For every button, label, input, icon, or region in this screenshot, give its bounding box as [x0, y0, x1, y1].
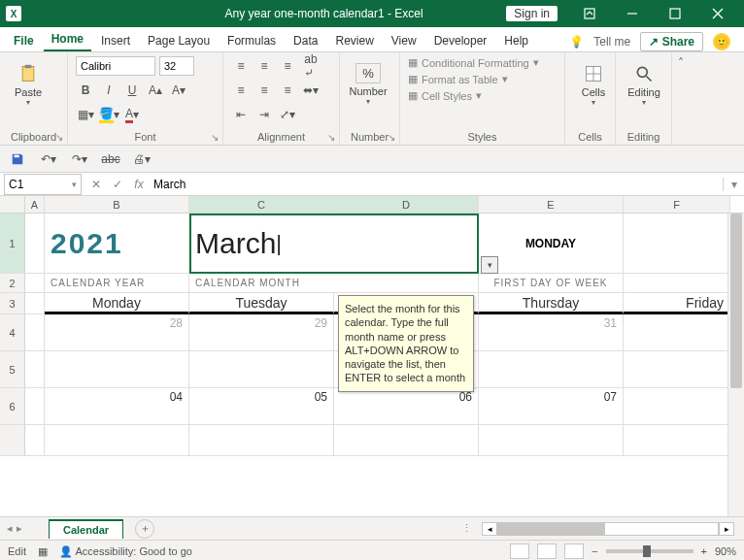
decrease-font-button[interactable]: A▾ [169, 81, 188, 100]
cell[interactable] [25, 314, 45, 351]
cell[interactable]: Friday [624, 293, 730, 314]
formula-input[interactable] [150, 178, 723, 191]
cell[interactable] [25, 274, 45, 293]
cell-month[interactable]: March| [189, 214, 334, 274]
expand-formula-button[interactable]: ▾ [723, 178, 744, 191]
cells-button[interactable]: Cells▾ [573, 56, 614, 113]
minimize-button[interactable] [612, 0, 653, 27]
col-header[interactable]: F [624, 196, 730, 213]
tab-view[interactable]: View [384, 30, 424, 51]
confirm-edit-button[interactable]: ✓ [107, 178, 128, 191]
cell[interactable] [624, 274, 730, 293]
tab-file[interactable]: File [6, 30, 42, 51]
cell-styles-button[interactable]: ▦ Cell Styles ▾ [408, 89, 557, 102]
undo-button[interactable]: ↶▾ [39, 149, 58, 169]
cell[interactable] [624, 314, 730, 351]
sheet-tab-calendar[interactable]: Calendar [49, 519, 123, 539]
cell[interactable]: FIRST DAY OF WEEK [479, 274, 624, 293]
cell[interactable] [624, 351, 730, 388]
row-header[interactable]: 1 [0, 214, 25, 274]
account-icon[interactable]: 🙂 [713, 33, 730, 50]
row-header[interactable] [0, 425, 25, 456]
view-page-break-button[interactable] [564, 544, 584, 559]
horizontal-scrollbar[interactable]: ◂▸ [482, 521, 734, 537]
zoom-out-button[interactable]: − [592, 545, 597, 557]
align-top-button[interactable]: ≡ [231, 56, 251, 76]
cell[interactable] [25, 425, 45, 456]
col-header[interactable]: D [334, 196, 479, 213]
cell-first-day[interactable]: MONDAY [479, 214, 624, 274]
zoom-in-button[interactable]: + [701, 545, 707, 557]
cell[interactable] [25, 214, 45, 274]
align-right-button[interactable]: ≡ [278, 81, 297, 100]
row-header[interactable]: 5 [0, 351, 25, 388]
macro-record-icon[interactable]: ▦ [38, 545, 48, 558]
font-launcher[interactable]: ↘ [211, 132, 219, 143]
number-launcher[interactable]: ↘ [388, 132, 395, 143]
cell[interactable]: 06 [334, 388, 479, 425]
row-header[interactable]: 6 [0, 388, 25, 425]
cell[interactable]: 29 [189, 314, 334, 351]
align-left-button[interactable]: ≡ [231, 81, 251, 100]
cell[interactable]: Monday [45, 293, 189, 314]
view-page-layout-button[interactable] [537, 544, 557, 559]
cell[interactable] [479, 425, 624, 456]
cell-year[interactable]: 2021 [45, 214, 189, 274]
cell[interactable] [25, 388, 45, 425]
vertical-scrollbar[interactable] [727, 214, 744, 516]
col-header[interactable]: B [45, 196, 189, 213]
maximize-button[interactable] [655, 0, 695, 27]
data-validation-dropdown[interactable]: ▾ [481, 256, 498, 274]
tab-help[interactable]: Help [496, 30, 536, 51]
cell[interactable]: 04 [45, 388, 189, 425]
sign-in-button[interactable]: Sign in [506, 6, 558, 21]
tell-me[interactable]: Tell me [593, 35, 630, 49]
col-header[interactable]: E [479, 196, 624, 213]
tab-insert[interactable]: Insert [93, 30, 138, 51]
zoom-slider[interactable] [606, 549, 693, 553]
merge-center-button[interactable]: ⬌▾ [301, 81, 321, 100]
cell[interactable]: 05 [189, 388, 334, 425]
cell[interactable] [334, 425, 479, 456]
cell[interactable] [25, 293, 45, 314]
row-header[interactable]: 4 [0, 314, 25, 351]
font-color-button[interactable]: A▾ [122, 105, 142, 124]
cell[interactable]: 31 [479, 314, 624, 351]
redo-button[interactable]: ↷▾ [70, 149, 89, 169]
alignment-launcher[interactable]: ↘ [327, 132, 335, 143]
quick-print-button[interactable]: 🖨▾ [132, 149, 152, 169]
font-size[interactable] [159, 56, 194, 76]
cell[interactable]: Tuesday [189, 293, 334, 314]
clipboard-launcher[interactable]: ↘ [55, 132, 63, 143]
name-box[interactable]: C1▾ [4, 174, 82, 195]
italic-button[interactable]: I [99, 81, 118, 100]
cell[interactable] [624, 425, 730, 456]
wrap-text-button[interactable]: ab⤶ [301, 56, 321, 76]
font-name[interactable] [76, 56, 155, 76]
align-bottom-button[interactable]: ≡ [278, 56, 297, 76]
increase-font-button[interactable]: A▴ [146, 81, 165, 100]
new-sheet-button[interactable]: ＋ [135, 519, 154, 539]
format-as-table-button[interactable]: ▦ Format as Table ▾ [408, 73, 557, 85]
ribbon-options-button[interactable] [569, 0, 610, 27]
cell[interactable]: CALENDAR YEAR [45, 274, 189, 293]
decrease-indent-button[interactable]: ⇤ [231, 105, 251, 124]
cell[interactable] [45, 425, 189, 456]
cell[interactable] [479, 351, 624, 388]
tab-review[interactable]: Review [327, 30, 381, 51]
cell[interactable] [25, 351, 45, 388]
row-header[interactable]: 3 [0, 293, 25, 314]
row-header[interactable]: 2 [0, 274, 25, 293]
tab-data[interactable]: Data [286, 30, 325, 51]
tab-page-layout[interactable]: Page Layou [140, 30, 218, 51]
cell[interactable] [334, 214, 479, 274]
accessibility-status[interactable]: 👤 Accessibility: Good to go [59, 545, 192, 558]
close-button[interactable] [697, 0, 738, 27]
align-center-button[interactable]: ≡ [254, 81, 274, 100]
fx-icon[interactable]: fx [128, 178, 150, 191]
cell[interactable]: 07 [479, 388, 624, 425]
cell[interactable] [624, 214, 730, 274]
col-header[interactable]: C [189, 196, 334, 213]
fill-color-button[interactable]: 🪣▾ [99, 105, 118, 124]
orientation-button[interactable]: ⤢▾ [278, 105, 297, 124]
